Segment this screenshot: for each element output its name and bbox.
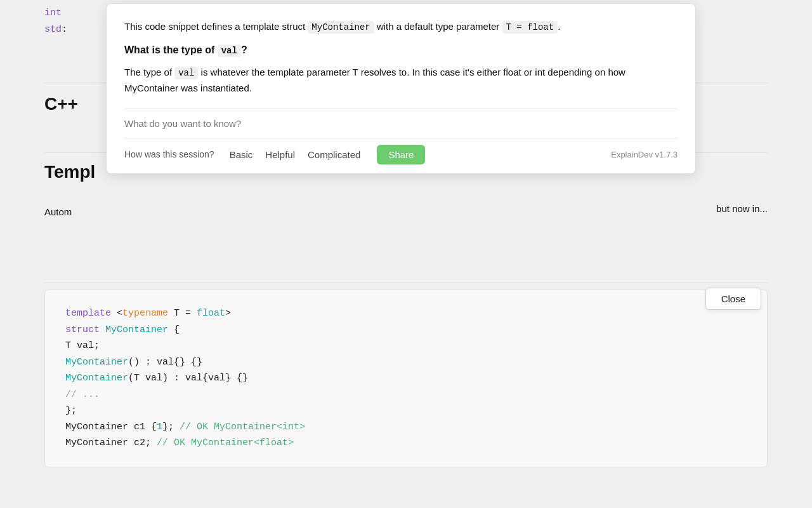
code-token: MyContainer [105,324,168,335]
code-line: T val; [65,338,747,354]
code-token: // OK MyContainer<int> [174,422,305,432]
code-line: MyContainer() : val{} {} [65,354,747,371]
struct-name-code: MyContainer [308,21,374,34]
val-code-answer: val [174,67,198,79]
code-token: (T val) : val{val} {} [128,373,248,384]
popup-content: This code snippet defines a template str… [107,4,695,173]
popup-answer: The type of val is whatever the template… [124,65,678,95]
code-token: T = [168,308,197,319]
cpp-section-heading: C++ [44,94,78,114]
helpful-button[interactable]: Helpful [259,147,301,163]
version-label: ExplainDev v1.7.3 [611,150,678,159]
code-token: 1 [157,422,162,432]
code-token: typename [122,308,168,319]
popup-question: What is the type of val? [124,44,678,56]
code-line: MyContainer c2; // OK MyContainer<float> [65,435,747,451]
code-token: // OK MyContainer<float> [151,438,294,448]
code-line: template <typename T = float> [65,305,747,322]
code-line: MyContainer c1 {1}; // OK MyContainer<in… [65,419,747,436]
cpp-heading-area: C++ [44,94,78,114]
code-line: // ... [65,387,747,403]
code-token: }; [162,422,174,432]
code-token: () : val{} {} [128,357,202,368]
code-line: MyContainer(T val) : val{val} {} [65,370,747,387]
code-token: MyContainer c1 { [65,422,157,432]
code-token: MyContainer [65,373,128,384]
code-token: T val; [65,340,100,351]
share-button[interactable]: Share [377,145,425,164]
complicated-button[interactable]: Complicated [301,147,367,163]
template-section-heading: Templ [44,162,95,182]
code-token [100,324,105,335]
code-token: MyContainer c2; [65,438,151,448]
code-line: }; [65,403,747,419]
page-wrapper: C++ Templ Autom but now in... int std: T… [0,0,812,508]
code-token: struct [65,324,100,335]
description-left: Autom [44,206,72,217]
question-input[interactable] [124,118,678,138]
code-token: > [225,308,231,319]
code-token: { [168,324,180,335]
template-heading-area: Templ [44,162,95,182]
default-param-code: T = float [502,21,558,34]
description-right: but now in... [698,203,768,214]
code-token: < [111,308,122,319]
code-token: template [65,308,111,319]
code-token: // ... [65,389,100,400]
popup-explanation: This code snippet defines a template str… [124,19,678,34]
popup-footer: How was this session? Basic Helpful Comp… [124,138,678,173]
divider-bottom [44,283,768,283]
popup-input-area [124,109,678,138]
code-lines: template <typename T = float>struct MyCo… [65,305,747,451]
basic-button[interactable]: Basic [223,147,259,163]
popup-panel: This code snippet defines a template str… [106,3,696,174]
val-code-question: val [218,44,241,57]
code-token: }; [65,405,77,416]
code-line: struct MyContainer { [65,322,747,338]
code-token: MyContainer [65,357,128,368]
session-label: How was this session? [124,149,214,159]
code-block: template <typename T = float>struct MyCo… [44,290,768,467]
close-button[interactable]: Close [705,288,761,310]
code-token: float [197,308,225,319]
top-code-snippet: int std: [44,5,67,37]
